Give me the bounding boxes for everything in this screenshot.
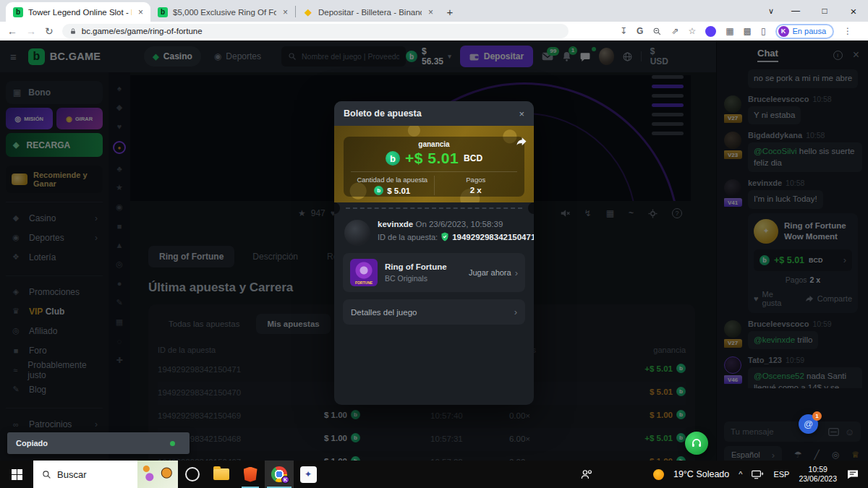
browser-tab-1[interactable]: b Tower Legend Online Slot - Play o × <box>6 2 150 22</box>
bcgame-favicon: b <box>158 7 168 17</box>
browser-tab-2[interactable]: b $5,000 Exclusive Ring Of Fortune × <box>150 2 295 22</box>
win-card: ganancia b +$ 5.01 BCD Cantidad de la ap… <box>344 137 524 197</box>
bet-amount-label: Cantidad de la apuesta <box>351 176 434 184</box>
bookmark-star-icon[interactable]: ☆ <box>688 26 696 36</box>
binance-favicon: ◆ <box>303 7 313 17</box>
windows-taskbar: Buscar K ✦ 19°C Soleado ^ ESP 10:59 23/0… <box>0 461 868 488</box>
tab-close-icon[interactable]: × <box>281 7 289 17</box>
reload-button[interactable]: ↻ <box>45 25 54 37</box>
share-icon[interactable]: ⇗ <box>671 26 678 36</box>
geogebra-button[interactable]: ✦ <box>294 461 323 488</box>
game-info-row[interactable]: FORTUNE Ring of Fortune BC Originals Jug… <box>343 253 525 292</box>
play-now-label: Jugar ahora <box>469 268 511 277</box>
weather-text[interactable]: 19°C Soleado <box>673 469 729 479</box>
bcd-coin-icon: b <box>386 151 400 166</box>
side-panel-icon[interactable]: ▯ <box>761 26 766 36</box>
maximize-button[interactable]: □ <box>810 6 839 16</box>
modal-header: Boleto de apuesta × <box>334 101 534 126</box>
browser-tab-3[interactable]: ◆ Depositar - Billetera - Binance × <box>296 2 441 22</box>
file-explorer-button[interactable] <box>207 461 236 488</box>
window-controls: — □ × <box>781 0 868 22</box>
cortana-button[interactable] <box>178 461 207 488</box>
screen: b Tower Legend Online Slot - Play o × b … <box>0 0 868 488</box>
mention-scroll-button[interactable]: @ 1 <box>799 414 818 434</box>
bcd-coin-icon: b <box>374 186 383 195</box>
modal-title: Boleto de apuesta <box>344 108 422 119</box>
people-icon[interactable] <box>581 469 593 479</box>
modal-close-icon[interactable]: × <box>519 108 524 119</box>
payout-value: 2 x <box>470 186 482 194</box>
game-provider: BC Originals <box>385 274 447 283</box>
bet-username[interactable]: kevinxde <box>378 220 413 228</box>
chrome-button[interactable]: K <box>265 461 294 488</box>
back-button[interactable]: ← <box>7 25 17 37</box>
tab-title: $5,000 Exclusive Ring Of Fortune <box>173 8 276 17</box>
live-support-button[interactable] <box>685 432 708 455</box>
divider <box>351 171 517 172</box>
play-now-button[interactable]: Jugar ahora › <box>469 267 518 278</box>
keyboard-language[interactable]: ESP <box>773 470 789 479</box>
mention-count-badge: 1 <box>812 411 822 421</box>
win-label: ganancia <box>351 140 517 148</box>
at-icon: @ <box>804 419 813 429</box>
browser-menu-icon[interactable]: ⋮ <box>843 26 852 36</box>
tab-search-caret-icon[interactable]: ∨ <box>768 0 774 22</box>
address-bar[interactable]: bc.game/es/game/ring-of-fortune <box>62 24 569 38</box>
notch <box>528 202 534 214</box>
qr-extension-icon[interactable]: ▦ <box>726 26 733 36</box>
bet-id-value: 194929298342150471 <box>452 233 534 241</box>
bet-user-row: kevinxde On 23/6/2023, 10:58:39 ID de la… <box>334 214 534 250</box>
bet-ticket-modal: Boleto de apuesta × ganancia b +$ 5.01 B… <box>334 101 534 405</box>
taskbar-clock[interactable]: 10:59 23/06/2023 <box>799 465 837 484</box>
details-label: Detalles del juego <box>351 308 417 317</box>
chevron-right-icon: › <box>515 267 518 278</box>
chrome-icon: K <box>271 466 287 482</box>
toast-dot <box>170 441 175 446</box>
game-details-row[interactable]: Detalles del juego › <box>343 299 525 325</box>
clock-date: 23/06/2023 <box>799 474 837 484</box>
win-currency: BCD <box>464 153 482 163</box>
tab-close-icon[interactable]: × <box>427 7 435 17</box>
browser-toolbar: ← → ↻ bc.game/es/game/ring-of-fortune ↧ … <box>0 22 868 40</box>
toast-label: Copiado <box>16 439 48 448</box>
taskbar-tray: 19°C Soleado ^ ESP 10:59 23/06/2023 <box>581 465 868 484</box>
bcgame-page: ≡ b BC.GAME ◆ Casino ◉ Deportes <box>0 40 868 461</box>
browser-profile-button[interactable]: K En pausa <box>775 24 834 39</box>
search-artwork <box>137 461 178 488</box>
close-window-button[interactable]: × <box>839 5 868 17</box>
extension-icon[interactable] <box>705 26 716 37</box>
brave-button[interactable] <box>236 461 265 488</box>
chevron-right-icon: › <box>514 307 517 317</box>
thumb-label: FORTUNE <box>350 281 378 285</box>
tab-close-icon[interactable]: × <box>137 7 145 17</box>
start-button[interactable] <box>0 461 33 488</box>
notch <box>334 202 340 214</box>
weather-sun-icon[interactable] <box>653 469 664 480</box>
forward-button[interactable]: → <box>26 25 36 37</box>
tab-title: Depositar - Billetera - Binance <box>318 8 422 17</box>
url-text: bc.game/es/game/ring-of-fortune <box>82 27 203 35</box>
browser-tabstrip: b Tower Legend Online Slot - Play o × b … <box>0 0 868 22</box>
extensions-puzzle-icon[interactable]: ▩ <box>744 26 752 36</box>
download-icon[interactable]: ↧ <box>620 26 627 36</box>
new-tab-button[interactable]: + <box>441 2 459 21</box>
search-placeholder: Buscar <box>57 469 132 480</box>
avatar[interactable] <box>344 220 370 246</box>
bet-amount-value: $ 5.01 <box>387 187 410 195</box>
tray-expand-icon[interactable]: ^ <box>739 470 742 479</box>
zoom-icon[interactable] <box>652 27 662 36</box>
translate-icon[interactable]: G <box>637 26 643 36</box>
dashed-line <box>346 207 522 209</box>
taskbar-search[interactable]: Buscar <box>33 461 178 488</box>
action-center-icon[interactable] <box>846 469 859 479</box>
game-name: Ring of Fortune <box>385 262 447 271</box>
copied-toast: Copiado <box>7 432 190 454</box>
minimize-button[interactable]: — <box>781 6 810 16</box>
taskbar-apps: K ✦ <box>178 461 323 488</box>
payout-label: Pagos <box>435 176 518 184</box>
share-icon[interactable] <box>516 137 527 146</box>
profile-status: En pausa <box>793 27 826 35</box>
toolbar-actions: ↧ G ⇗ ☆ ▦ ▩ ▯ K En pausa ⋮ <box>620 24 861 39</box>
network-icon[interactable] <box>752 470 764 479</box>
brave-icon <box>244 467 258 482</box>
